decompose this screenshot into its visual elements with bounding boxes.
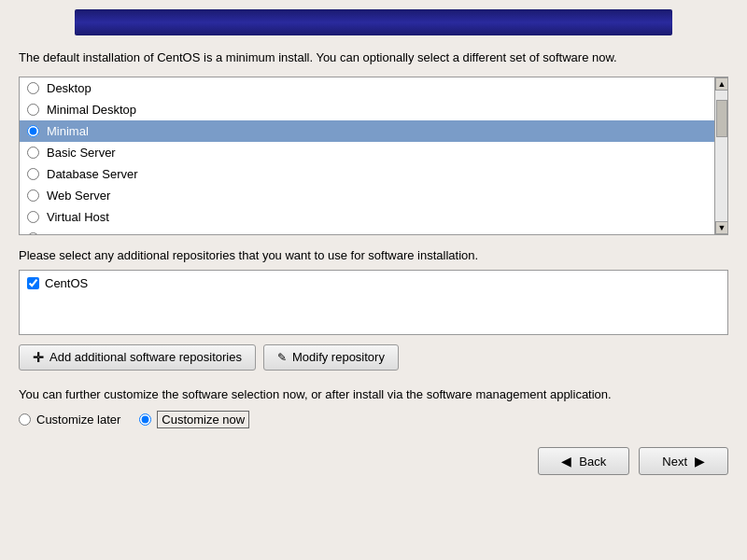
repo-section: Please select any additional repositorie… — [19, 248, 728, 335]
list-item[interactable]: Database Server — [20, 163, 714, 185]
customize-now-label: Customize now — [157, 411, 249, 428]
repo-section-label: Please select any additional repositorie… — [19, 248, 728, 262]
repo-buttons-row: ✛ Add additional software repositories ✎… — [19, 344, 728, 371]
list-item[interactable]: Minimal Desktop — [20, 99, 714, 120]
database-server-radio[interactable] — [27, 168, 39, 180]
customize-radio-row: Customize later Customize now — [19, 411, 728, 428]
repo-item: CentOS — [27, 276, 720, 290]
list-item-label: Minimal Desktop — [47, 103, 136, 117]
scrollbar-track — [715, 91, 727, 221]
list-item-selected[interactable]: Minimal — [20, 120, 714, 142]
list-item-label: Desktop — [47, 81, 92, 95]
basic-server-radio[interactable] — [27, 147, 39, 159]
list-item[interactable]: Web Server — [20, 185, 714, 206]
centos-repo-label: CentOS — [45, 276, 88, 290]
list-item[interactable]: Basic Server — [20, 142, 714, 163]
scrollbar-down-button[interactable]: ▼ — [715, 221, 728, 234]
description-text: The default installation of CentOS is a … — [19, 49, 728, 67]
customize-later-radio[interactable] — [19, 413, 31, 426]
virtual-host-radio[interactable] — [27, 211, 39, 223]
add-repo-label: Add additional software repositories — [49, 350, 242, 364]
software-list: Desktop Minimal Desktop Minimal Basic Se… — [20, 77, 714, 235]
nav-buttons: ◀ Back Next ▶ — [0, 447, 747, 475]
customize-section: You can further customize the software s… — [19, 385, 728, 429]
repo-list: CentOS — [19, 270, 728, 335]
web-server-radio[interactable] — [27, 189, 39, 202]
list-item-label: Web Server — [47, 189, 110, 203]
scrollbar-up-button[interactable]: ▲ — [715, 77, 728, 91]
list-item[interactable]: Desktop — [20, 77, 714, 99]
customize-now-option[interactable]: Customize now — [139, 411, 249, 428]
next-arrow-icon: ▶ — [695, 454, 705, 469]
header-bar — [75, 9, 672, 35]
list-item-label: Minimal — [47, 124, 89, 138]
edit-icon: ✎ — [277, 351, 287, 364]
next-label: Next — [662, 455, 687, 469]
customize-later-option[interactable]: Customize later — [19, 413, 120, 427]
scrollbar-thumb[interactable] — [716, 100, 727, 137]
list-item-label: Database Server — [47, 167, 138, 181]
list-item-label: Basic Server — [47, 146, 116, 160]
list-item-label: Software Development Workstation — [47, 231, 237, 235]
next-button[interactable]: Next ▶ — [639, 447, 728, 475]
modify-repo-button[interactable]: ✎ Modify repository — [263, 344, 399, 371]
plus-icon: ✛ — [33, 350, 44, 365]
desktop-radio[interactable] — [27, 82, 39, 94]
list-item[interactable]: Software Development Workstation — [20, 228, 714, 235]
main-content: The default installation of CentOS is a … — [0, 49, 747, 428]
modify-repo-label: Modify repository — [292, 350, 385, 364]
customize-now-radio[interactable] — [139, 413, 151, 426]
back-button[interactable]: ◀ Back — [538, 447, 629, 475]
software-list-container: Desktop Minimal Desktop Minimal Basic Se… — [19, 77, 728, 235]
list-item[interactable]: Virtual Host — [20, 206, 714, 228]
software-dev-radio[interactable] — [27, 232, 39, 235]
add-repo-button[interactable]: ✛ Add additional software repositories — [19, 344, 256, 371]
customize-description: You can further customize the software s… — [19, 385, 728, 404]
minimal-radio[interactable] — [27, 125, 39, 137]
minimal-desktop-radio[interactable] — [27, 104, 39, 116]
list-item-label: Virtual Host — [47, 210, 109, 224]
back-label: Back — [579, 455, 606, 469]
centos-repo-checkbox[interactable] — [27, 277, 39, 289]
back-arrow-icon: ◀ — [561, 454, 571, 469]
customize-later-label: Customize later — [36, 413, 120, 427]
scrollbar[interactable]: ▲ ▼ — [714, 77, 727, 234]
